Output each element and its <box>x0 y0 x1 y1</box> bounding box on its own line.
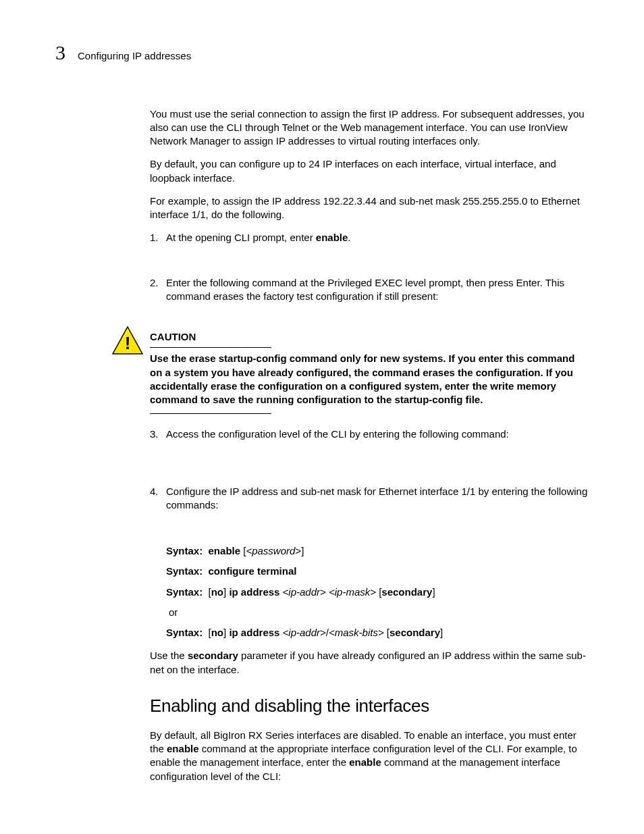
italic-text: <password> <box>246 545 301 556</box>
bold-text: enable <box>316 232 348 243</box>
text: ] <box>301 545 304 556</box>
step-text: Enter the following command at the Privi… <box>166 276 589 304</box>
bold-text: Use the erase startup-config command onl… <box>150 353 574 405</box>
syntax-label: Syntax: <box>166 565 203 577</box>
divider <box>150 347 271 348</box>
text: At the opening CLI prompt, enter <box>166 232 316 243</box>
list-item: 4. Configure the IP address and sub-net … <box>150 485 589 513</box>
chapter-title: Configuring IP addresses <box>78 49 191 63</box>
syntax-line: Syntax: enable [<password>] <box>166 544 589 558</box>
text: Use the <box>150 650 188 661</box>
paragraph: For example, to assign the IP address 19… <box>150 194 589 222</box>
syntax-label: Syntax: <box>166 627 203 638</box>
bold-text: ip address <box>229 627 279 638</box>
bold-text: no <box>211 627 223 638</box>
step-number: 2. <box>150 276 166 304</box>
bold-text: secondary <box>188 650 238 661</box>
list-item: 3. Access the configuration level of the… <box>150 427 589 441</box>
paragraph: Use the secondary parameter if you have … <box>150 649 589 677</box>
syntax-label: Syntax: <box>166 586 203 598</box>
list-item: 1. At the opening CLI prompt, enter enab… <box>150 231 589 244</box>
chapter-number: 3 <box>55 39 65 67</box>
italic-text: <ip-addr> <ip-mask> <box>283 586 376 598</box>
bold-text: configure terminal <box>209 565 297 577</box>
step-text: At the opening CLI prompt, enter enable. <box>166 231 589 244</box>
list-item: 2. Enter the following command at the Pr… <box>150 276 589 304</box>
ordered-list: 3. Access the configuration level of the… <box>150 427 589 512</box>
syntax-label: Syntax: <box>166 545 203 556</box>
syntax-line: Syntax: [no] ip address <ip-addr>/<mask-… <box>166 626 589 640</box>
page-header: 3 Configuring IP addresses <box>55 39 589 67</box>
step-number: 4. <box>150 485 166 513</box>
step-text: Access the configuration level of the CL… <box>166 427 589 441</box>
bold-text: secondary <box>381 586 432 598</box>
bold-text: enable <box>167 743 199 754</box>
bold-text: secondary <box>390 627 440 638</box>
bold-text: enable <box>349 756 381 768</box>
step-number: 3. <box>150 427 166 441</box>
syntax-line: Syntax: [no] ip address <ip-addr> <ip-ma… <box>166 585 589 599</box>
section-heading: Enabling and disabling the interfaces <box>150 694 589 718</box>
caution-label: CAUTION <box>150 330 196 344</box>
caution-text: Use the erase startup-config command onl… <box>150 352 589 407</box>
text: [ <box>384 627 390 638</box>
bold-text: ip address <box>229 586 279 598</box>
or-text: or <box>169 606 589 619</box>
text: ] <box>432 586 435 598</box>
syntax-line: Syntax: configure terminal <box>166 565 589 578</box>
italic-text: <ip-addr> <box>283 627 326 638</box>
content-column: You must use the serial connection to as… <box>150 107 589 783</box>
divider <box>150 413 271 414</box>
bold-text: enable <box>209 545 241 556</box>
syntax-block: Syntax: enable [<password>] Syntax: conf… <box>150 544 589 640</box>
paragraph: By default, you can configure up to 24 I… <box>150 157 589 185</box>
svg-text:!: ! <box>125 333 131 353</box>
warning-icon: ! <box>112 326 143 358</box>
paragraph: You must use the serial connection to as… <box>150 107 589 149</box>
italic-text: <mask-bits> <box>329 627 384 638</box>
ordered-list: 1. At the opening CLI prompt, enter enab… <box>150 231 589 303</box>
caution-block: ! CAUTION Use the erase startup-config c… <box>150 330 589 414</box>
step-number: 1. <box>150 231 166 244</box>
bold-text: no <box>211 586 223 598</box>
text: ] <box>440 627 443 638</box>
step-text: Configure the IP address and sub-net mas… <box>166 485 589 513</box>
paragraph: By default, all BigIron RX Series interf… <box>150 729 589 783</box>
text: . <box>348 232 350 243</box>
